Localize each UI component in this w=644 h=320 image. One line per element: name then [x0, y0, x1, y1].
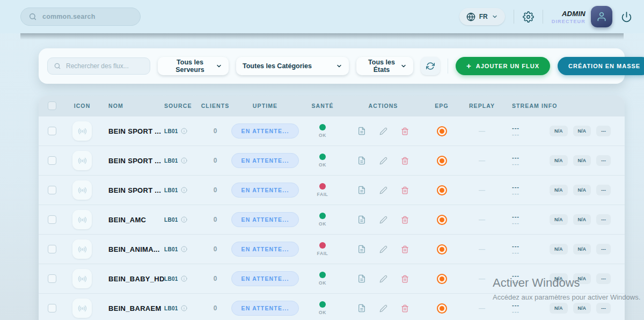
epg-indicator[interactable] [437, 215, 447, 225]
stream-primary: --- [512, 125, 544, 131]
stream-secondary: --- [512, 220, 544, 226]
edit-button[interactable] [379, 304, 387, 312]
language-selector[interactable]: FR [459, 8, 505, 25]
replay-value: — [463, 157, 501, 164]
header-actions: ACTIONS [346, 103, 421, 109]
stream-badge: N/A [573, 303, 591, 314]
health-status: OK [319, 213, 326, 227]
header-replay: REPLAY [463, 103, 501, 109]
server-filter-dropdown[interactable]: Tous les Serveurs [158, 57, 229, 75]
row-checkbox[interactable] [48, 156, 56, 165]
epg-indicator[interactable] [437, 156, 447, 166]
info-icon[interactable] [181, 187, 187, 193]
health-label: FAIL [317, 251, 328, 256]
edit-button[interactable] [379, 186, 387, 194]
health-status: FAIL [317, 242, 328, 256]
delete-button[interactable] [401, 216, 409, 224]
view-details-button[interactable] [357, 245, 366, 253]
row-checkbox[interactable] [48, 127, 56, 135]
edit-button[interactable] [379, 275, 387, 283]
info-icon[interactable] [181, 128, 187, 134]
refresh-button[interactable] [421, 57, 440, 75]
language-label: FR [479, 13, 488, 20]
settings-button[interactable] [523, 11, 534, 23]
flux-name: BEIN_BABY_HD [108, 275, 165, 283]
source-label: LB01 [164, 246, 178, 252]
avatar[interactable] [591, 6, 612, 27]
edit-button[interactable] [379, 216, 387, 224]
view-details-button[interactable] [357, 156, 366, 165]
row-checkbox[interactable] [48, 304, 56, 312]
category-filter-dropdown[interactable]: Toutes les Catégories [236, 57, 349, 75]
view-details-button[interactable] [357, 127, 366, 135]
main-content: Rechercher des flux... Tous les Serveurs… [0, 33, 644, 320]
stream-badge: N/A [550, 185, 568, 195]
stream-badge: --- [596, 214, 611, 225]
view-details-button[interactable] [357, 274, 366, 283]
epg-indicator[interactable] [437, 185, 447, 195]
stream-badge: --- [596, 185, 611, 195]
stream-primary: --- [512, 273, 544, 279]
view-details-button[interactable] [357, 186, 366, 194]
info-icon[interactable] [181, 157, 187, 164]
delete-button[interactable] [401, 304, 409, 312]
clients-count: 0 [200, 275, 231, 282]
logout-button[interactable] [621, 11, 632, 23]
health-dot [319, 213, 326, 219]
epg-indicator[interactable] [437, 126, 447, 136]
info-icon[interactable] [181, 305, 187, 311]
view-details-button[interactable] [357, 304, 366, 312]
row-checkbox[interactable] [48, 215, 56, 224]
row-checkbox[interactable] [48, 245, 56, 253]
state-filter-dropdown[interactable]: Tous les États [356, 57, 413, 75]
health-dot [319, 183, 326, 190]
stream-primary: --- [512, 155, 544, 161]
health-dot [319, 242, 326, 249]
edit-button[interactable] [379, 157, 387, 165]
delete-button[interactable] [401, 186, 409, 194]
row-checkbox[interactable] [48, 274, 56, 283]
header-epg: EPG [421, 103, 463, 109]
info-icon[interactable] [181, 275, 187, 282]
pencil-icon [379, 157, 387, 165]
stream-badge: N/A [550, 273, 568, 284]
delete-button[interactable] [401, 245, 409, 253]
stream-badge: --- [596, 303, 611, 314]
user-role: DIRECTEUR [552, 19, 586, 24]
pencil-icon [379, 216, 387, 224]
global-search-input[interactable]: common.search [20, 8, 141, 26]
stream-badge: N/A [573, 155, 591, 166]
epg-indicator[interactable] [437, 244, 447, 254]
delete-button[interactable] [401, 127, 409, 135]
delete-button[interactable] [401, 275, 409, 283]
edit-button[interactable] [379, 127, 387, 135]
select-all-checkbox[interactable] [48, 101, 56, 110]
stream-secondary: --- [512, 132, 544, 137]
source-label: LB01 [164, 158, 178, 164]
pencil-icon [379, 275, 387, 283]
info-icon[interactable] [181, 216, 187, 223]
epg-indicator[interactable] [437, 303, 447, 314]
flux-search-input[interactable]: Rechercher des flux... [47, 57, 150, 75]
delete-button[interactable] [401, 157, 409, 165]
stream-badge: --- [596, 273, 611, 284]
epg-indicator[interactable] [437, 274, 447, 284]
info-icon[interactable] [181, 246, 187, 252]
add-flux-button[interactable]: + AJOUTER UN FLUX [456, 57, 550, 75]
source-label: LB01 [164, 276, 178, 282]
row-checkbox[interactable] [48, 186, 56, 194]
stream-info-lines: --- --- [512, 214, 544, 226]
server-filter-value: Tous les Serveurs [164, 59, 216, 74]
bulk-create-button[interactable]: CRÉATION EN MASSE [558, 57, 644, 75]
broadcast-icon [72, 180, 92, 200]
trash-icon [401, 186, 409, 194]
epg-dot-icon [440, 188, 444, 193]
epg-dot-icon [440, 277, 444, 281]
trash-icon [401, 245, 409, 253]
edit-button[interactable] [379, 245, 387, 253]
view-details-button[interactable] [357, 215, 366, 224]
header-uptime: UPTIME [231, 103, 299, 109]
search-icon [54, 62, 61, 70]
header-source: SOURCE [164, 103, 200, 109]
broadcast-icon [72, 299, 92, 318]
